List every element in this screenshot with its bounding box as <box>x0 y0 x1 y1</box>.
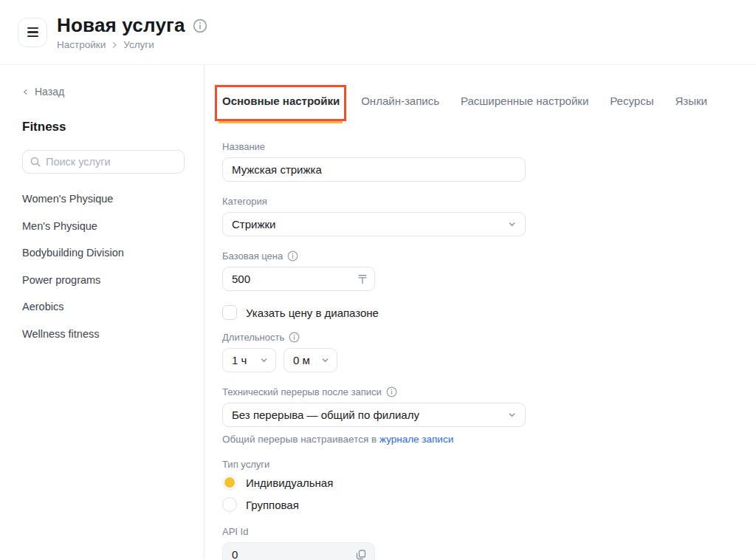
duration-hours-select[interactable]: 1 ч <box>222 348 276 372</box>
category-select-value: Стрижки <box>232 218 275 231</box>
hamburger-icon <box>27 27 38 29</box>
category-select[interactable]: Стрижки <box>222 212 526 236</box>
duration-label-text: Длительность <box>222 332 284 343</box>
hamburger-icon <box>27 35 38 37</box>
tab-online-booking[interactable]: Онлайн-запись <box>361 94 439 109</box>
duration-hours-value: 1 ч <box>232 354 247 366</box>
service-type-group-row[interactable]: Групповая <box>222 497 526 512</box>
base-price-input[interactable] <box>222 267 375 291</box>
base-price-field-label: Базовая цена <box>222 250 526 262</box>
tab-languages[interactable]: Языки <box>675 94 707 109</box>
copy-icon[interactable] <box>355 549 367 560</box>
radio-group-label: Групповая <box>246 499 299 511</box>
page-title: Новая услуга <box>57 14 185 37</box>
tech-break-select-value: Без перерыва — общий по филиалу <box>232 409 419 421</box>
tech-break-field-label: Технический перерыв после записи <box>222 386 526 397</box>
service-search <box>22 150 185 174</box>
service-type-field-label: Тип услуги <box>222 459 526 470</box>
duration-field-label: Длительность <box>222 332 526 343</box>
price-range-checkbox-label: Указать цену в диапазоне <box>246 307 379 319</box>
name-field-label: Название <box>222 141 526 152</box>
duration-minutes-select[interactable]: 0 м <box>284 348 337 372</box>
hamburger-menu-button[interactable] <box>18 18 47 47</box>
back-label: Назад <box>35 86 64 98</box>
breadcrumb: Настройки Услуги <box>57 39 207 50</box>
chevron-down-icon <box>321 356 329 364</box>
tab-general-settings[interactable]: Основные настройки <box>222 94 340 109</box>
info-icon[interactable] <box>287 250 298 262</box>
hamburger-icon <box>27 31 38 33</box>
service-name-input[interactable] <box>222 157 526 182</box>
chevron-down-icon <box>260 356 268 364</box>
journal-link[interactable]: журнале записи <box>379 434 453 445</box>
radio-individual[interactable] <box>222 475 237 490</box>
category-field-label: Категория <box>222 196 526 207</box>
price-range-checkbox[interactable] <box>222 305 237 320</box>
info-icon[interactable] <box>386 386 397 397</box>
base-price-label-text: Базовая цена <box>222 250 283 262</box>
app-header: Новая услуга Настройки Услуги <box>0 0 756 65</box>
service-category-list: Women's Physique Men's Physique Bodybuil… <box>22 185 183 347</box>
info-icon[interactable] <box>289 332 300 343</box>
service-form: Название Категория Стрижки Базовая цена <box>222 141 526 560</box>
list-item[interactable]: Wellness fitness <box>22 321 183 348</box>
price-range-checkbox-row[interactable]: Указать цену в диапазоне <box>222 305 526 320</box>
sidebar: Назад Fitness Women's Physique Men's Phy… <box>0 65 205 559</box>
list-item[interactable]: Aerobics <box>22 293 183 321</box>
helper-prefix: Общий перерыв настраивается в <box>222 434 379 445</box>
category-title: Fitness <box>22 120 183 134</box>
breadcrumb-services[interactable]: Услуги <box>123 39 154 50</box>
breadcrumb-settings[interactable]: Настройки <box>57 39 106 50</box>
chevron-down-icon <box>508 220 516 228</box>
chevron-right-icon <box>111 41 118 49</box>
chevron-left-icon <box>22 89 29 95</box>
list-item[interactable]: Power programs <box>22 267 183 294</box>
tech-break-select[interactable]: Без перерыва — общий по филиалу <box>222 403 526 427</box>
tenge-icon <box>358 274 367 284</box>
main-content: Основные настройки Онлайн-запись Расшире… <box>205 65 756 559</box>
list-item[interactable]: Men's Physique <box>22 213 183 240</box>
back-button[interactable]: Назад <box>22 86 183 98</box>
tech-break-label-text: Технический перерыв после записи <box>222 386 382 397</box>
api-id-field-label: API Id <box>222 526 526 537</box>
tech-break-helper-text: Общий перерыв настраивается в журнале за… <box>222 434 526 445</box>
duration-minutes-value: 0 м <box>293 354 310 366</box>
info-icon[interactable] <box>193 18 207 33</box>
radio-individual-label: Индивидуальная <box>246 477 333 489</box>
tab-resources[interactable]: Ресурсы <box>610 94 653 109</box>
search-icon <box>30 157 41 167</box>
search-input[interactable] <box>46 156 176 168</box>
tab-advanced-settings[interactable]: Расширенные настройки <box>461 94 588 109</box>
list-item[interactable]: Bodybuilding Division <box>22 239 183 267</box>
service-type-individual-row[interactable]: Индивидуальная <box>222 475 526 490</box>
tab-bar: Основные настройки Онлайн-запись Расшире… <box>222 94 756 109</box>
list-item[interactable]: Women's Physique <box>22 185 183 213</box>
api-id-input[interactable] <box>222 542 375 560</box>
annotation-box <box>215 85 346 121</box>
chevron-down-icon <box>508 411 516 419</box>
active-tab-indicator <box>219 121 343 123</box>
radio-group[interactable] <box>222 497 237 512</box>
